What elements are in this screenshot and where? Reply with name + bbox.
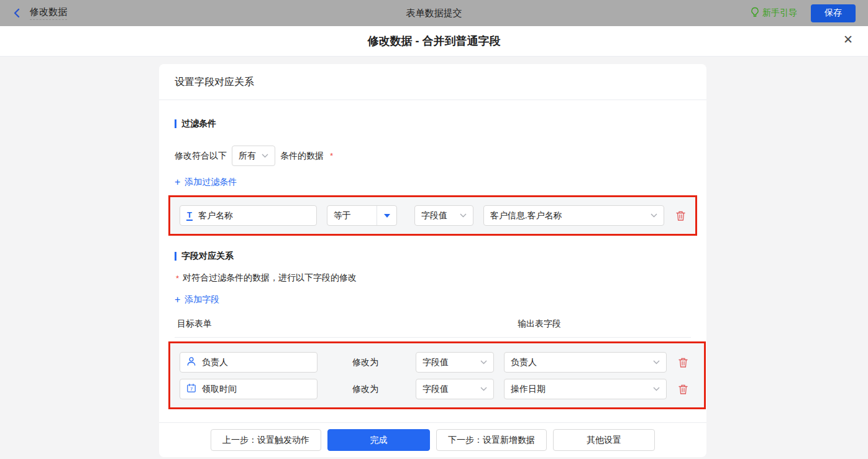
section-accent-bar bbox=[175, 119, 176, 128]
target-field-value: 领取时间 bbox=[202, 384, 237, 395]
target-field-input[interactable]: 7 领取时间 bbox=[180, 379, 318, 399]
back-nav[interactable]: 修改数据 bbox=[12, 6, 67, 20]
chevron-down-icon bbox=[480, 360, 487, 364]
modal-header: 修改数据 - 合并到普通字段 ✕ bbox=[0, 26, 868, 57]
wizard-footer: 上一步：设置触发动作 完成 下一步：设置新增数据 其他设置 bbox=[159, 422, 706, 457]
required-mark: * bbox=[330, 151, 333, 160]
plus-icon: + bbox=[175, 295, 180, 305]
mapping-columns-header: 目标表单 输出表字段 bbox=[175, 318, 691, 331]
value-type-select[interactable]: 字段值 bbox=[416, 379, 494, 399]
value-type: 字段值 bbox=[423, 357, 475, 368]
mapping-rows-highlight-box: 负责人 修改为 字段值 负责人 bbox=[168, 341, 706, 409]
mapping-note: * 对符合过滤条件的数据，进行以下字段的修改 bbox=[175, 272, 691, 284]
card-content: 过滤条件 修改符合以下 所有 条件的数据 * + 添加过滤条件 bbox=[159, 100, 706, 422]
settings-card: 设置字段对应关系 过滤条件 修改符合以下 所有 条件的数据 * + bbox=[159, 64, 706, 457]
columns-divider bbox=[175, 337, 691, 338]
add-filter-condition-label: 添加过滤条件 bbox=[185, 177, 237, 188]
close-icon[interactable]: ✕ bbox=[843, 34, 853, 45]
match-mode-value: 所有 bbox=[239, 151, 257, 162]
operator-select[interactable]: 等于 bbox=[327, 205, 397, 226]
output-field-select[interactable]: 操作日期 bbox=[504, 379, 667, 399]
add-field-label: 添加字段 bbox=[185, 294, 219, 305]
mapping-note-text: 对符合过滤条件的数据，进行以下字段的修改 bbox=[183, 272, 357, 284]
topbar-actions: 新手引导 保存 bbox=[751, 4, 856, 22]
value-type-select[interactable]: 字段值 bbox=[416, 352, 494, 373]
plus-icon: + bbox=[175, 177, 180, 187]
filter-row-highlight-box: T 客户名称 等于 字段值 客户信息.客户名称 bbox=[168, 195, 697, 236]
filter-section-title: 过滤条件 bbox=[175, 118, 691, 129]
delete-filter-row-icon[interactable] bbox=[675, 210, 686, 221]
filter-condition-sentence: 修改符合以下 所有 条件的数据 * bbox=[175, 146, 691, 166]
required-mark: * bbox=[176, 274, 179, 283]
section-accent-bar bbox=[175, 252, 176, 261]
filter-field-value: 客户名称 bbox=[198, 210, 233, 221]
chevron-down-icon bbox=[651, 213, 657, 218]
match-mode-select[interactable]: 所有 bbox=[232, 146, 275, 166]
filter-value-type: 字段值 bbox=[421, 210, 455, 221]
done-button[interactable]: 完成 bbox=[327, 429, 430, 451]
delete-mapping-row-icon[interactable] bbox=[678, 357, 688, 368]
mapping-section-title: 字段对应关系 bbox=[175, 251, 691, 262]
chevron-down-icon bbox=[653, 360, 660, 364]
beginner-guide-link[interactable]: 新手引导 bbox=[751, 7, 797, 19]
card-header-title: 设置字段对应关系 bbox=[159, 64, 706, 100]
operator-value: 等于 bbox=[327, 210, 377, 221]
delete-mapping-row-icon[interactable] bbox=[678, 384, 688, 395]
filter-section-label: 过滤条件 bbox=[181, 118, 216, 129]
calendar-icon: 7 bbox=[186, 383, 196, 395]
sentence-prefix: 修改符合以下 bbox=[175, 151, 227, 162]
prev-step-button[interactable]: 上一步：设置触发动作 bbox=[211, 429, 321, 451]
output-field-value: 负责人 bbox=[511, 357, 648, 368]
chevron-down-icon bbox=[653, 387, 660, 391]
target-field-input[interactable]: 负责人 bbox=[180, 352, 318, 373]
back-label[interactable]: 修改数据 bbox=[30, 6, 67, 20]
add-filter-condition-link[interactable]: + 添加过滤条件 bbox=[175, 177, 237, 188]
filter-field-input[interactable]: T 客户名称 bbox=[180, 205, 317, 226]
caret-down-icon[interactable] bbox=[377, 206, 396, 225]
sentence-suffix: 条件的数据 bbox=[280, 151, 324, 162]
output-field-select[interactable]: 负责人 bbox=[504, 352, 667, 373]
output-field-value: 操作日期 bbox=[511, 384, 648, 395]
lightbulb-icon bbox=[751, 7, 759, 19]
chevron-down-icon bbox=[460, 213, 467, 218]
top-bar: 修改数据 表单数据提交 新手引导 保存 bbox=[0, 0, 868, 26]
chevron-down-icon bbox=[262, 154, 268, 158]
mapping-section-label: 字段对应关系 bbox=[181, 251, 234, 262]
modal-body: 设置字段对应关系 过滤条件 修改符合以下 所有 条件的数据 * + bbox=[0, 57, 868, 459]
filter-value: 客户信息.客户名称 bbox=[490, 210, 646, 221]
value-type: 字段值 bbox=[423, 384, 475, 395]
mapping-row: 负责人 修改为 字段值 负责人 bbox=[180, 352, 695, 373]
add-field-link[interactable]: + 添加字段 bbox=[175, 294, 219, 305]
page-title: 表单数据提交 bbox=[0, 7, 868, 19]
target-field-value: 负责人 bbox=[202, 357, 228, 368]
modify-as-label: 修改为 bbox=[352, 357, 380, 368]
modal-title: 修改数据 - 合并到普通字段 bbox=[368, 34, 501, 49]
filter-row: T 客户名称 等于 字段值 客户信息.客户名称 bbox=[180, 205, 686, 226]
filter-value-type-select[interactable]: 字段值 bbox=[414, 205, 473, 226]
svg-text:7: 7 bbox=[190, 386, 193, 392]
save-button[interactable]: 保存 bbox=[811, 4, 856, 22]
other-settings-button[interactable]: 其他设置 bbox=[553, 429, 655, 451]
text-field-icon: T bbox=[186, 211, 193, 221]
user-icon bbox=[186, 356, 196, 368]
modify-as-label: 修改为 bbox=[352, 384, 380, 395]
back-chevron-icon[interactable] bbox=[12, 8, 21, 18]
mapping-row: 7 领取时间 修改为 字段值 操作日期 bbox=[180, 379, 695, 399]
next-step-button[interactable]: 下一步：设置新增数据 bbox=[436, 429, 547, 451]
column-target-form: 目标表单 bbox=[177, 318, 212, 330]
filter-value-select[interactable]: 客户信息.客户名称 bbox=[483, 205, 664, 226]
beginner-guide-label: 新手引导 bbox=[762, 7, 797, 19]
chevron-down-icon bbox=[480, 387, 487, 391]
column-output-field: 输出表字段 bbox=[518, 318, 561, 330]
